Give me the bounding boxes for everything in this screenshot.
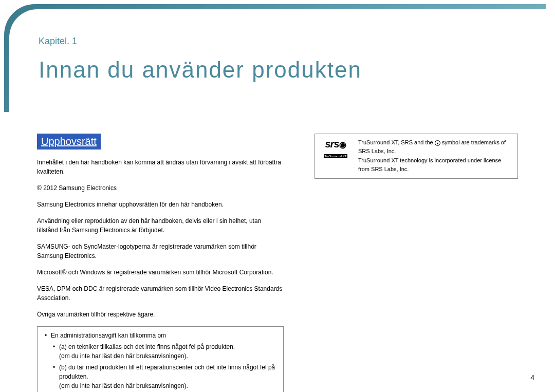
section-heading-copyright: Upphovsrätt <box>37 134 101 150</box>
note-text: (b) du tar med produkten till ett repara… <box>59 364 275 380</box>
note-subitem: (b) du tar med produkten till ett repara… <box>51 363 278 390</box>
srs-logo-text: srs <box>325 138 339 150</box>
left-column: Upphovsrätt Innehållet i den här handbok… <box>37 134 284 392</box>
chapter-label: Kapitel. 1 <box>39 36 362 47</box>
note-text: (om du inte har läst den här bruksanvisn… <box>59 352 188 360</box>
copyright-paragraph: Övriga varumärken tillhör respektive äga… <box>37 310 284 319</box>
note-text: En administrationsavgift kan tillkomma o… <box>51 332 166 339</box>
note-text: (om du inte har läst den här bruksanvisn… <box>59 382 188 389</box>
srs-logo: srs◉ TruSurround XT <box>320 138 351 159</box>
copyright-paragraph: © 2012 Samsung Electronics <box>37 183 284 193</box>
srs-line1-pre: TruSurround XT, SRS and the <box>358 139 435 145</box>
copyright-paragraph: Användning eller reproduktion av den här… <box>37 216 284 235</box>
right-column: srs◉ TruSurround XT TruSurround XT, SRS … <box>314 134 518 392</box>
srs-trademark-text: TruSurround XT, SRS and the ● symbol are… <box>358 138 512 174</box>
page-number: 4 <box>530 374 534 382</box>
page-title: Innan du använder produkten <box>39 57 362 83</box>
copyright-paragraph: VESA, DPM och DDC är registrerade varumä… <box>37 284 284 303</box>
admin-fee-note-box: En administrationsavgift kan tillkomma o… <box>37 326 284 392</box>
note-subitem: (a) en tekniker tillkallas och det inte … <box>51 342 278 361</box>
srs-line2: TruSurround XT technology is incorporate… <box>358 156 512 173</box>
srs-logo-swirl-icon: ◉ <box>339 140 346 149</box>
copyright-paragraph: SAMSUNG- och SyncMaster-logotyperna är r… <box>37 242 284 260</box>
srs-trademark-box: srs◉ TruSurround XT TruSurround XT, SRS … <box>314 134 518 179</box>
content-area: Upphovsrätt Innehållet i den här handbok… <box>37 134 518 392</box>
srs-symbol-icon: ● <box>435 140 440 146</box>
copyright-paragraph: Innehållet i den här handboken kan komma… <box>37 158 284 176</box>
header-area: Kapitel. 1 Innan du använder produkten <box>39 36 362 83</box>
note-item: En administrationsavgift kan tillkomma o… <box>43 331 278 390</box>
copyright-paragraph: Microsoft® och Windows är registrerade v… <box>37 268 284 277</box>
srs-logo-subtext: TruSurround XT <box>324 154 348 158</box>
copyright-paragraph: Samsung Electronics innehar upphovsrätte… <box>37 200 284 209</box>
note-text: (a) en tekniker tillkallas och det inte … <box>59 343 235 350</box>
